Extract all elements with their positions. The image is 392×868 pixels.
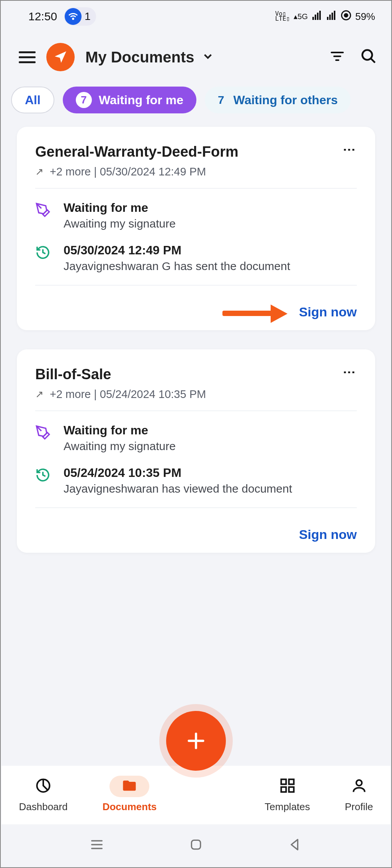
chevron-down-icon: [201, 50, 214, 64]
page-title: My Documents: [85, 49, 194, 66]
document-meta: +2 more | 05/24/2024 10:35 PM: [50, 388, 206, 401]
filter-button[interactable]: [330, 49, 345, 66]
svg-marker-27: [291, 840, 298, 850]
svg-point-13: [363, 50, 372, 60]
svg-rect-21: [289, 787, 294, 792]
nav-dashboard[interactable]: Dashboard: [19, 776, 68, 813]
wifi-count: 1: [85, 10, 91, 23]
activity-time: 05/24/2024 10:35 PM: [64, 466, 357, 480]
clock-time: 12:50: [28, 10, 57, 23]
document-title: General-Warranty-Deed-Form: [35, 144, 238, 160]
chip-waiting-for-me[interactable]: 7 Waiting for me: [63, 87, 196, 113]
folder-icon: [121, 778, 138, 795]
nav-documents-label: Documents: [103, 801, 157, 813]
menu-button[interactable]: [19, 51, 36, 63]
activity-text: Jayavigneshwaran G has sent the document: [64, 260, 357, 273]
divider: [35, 188, 357, 188]
svg-rect-19: [289, 780, 294, 784]
chip-active-label: Waiting for me: [99, 93, 183, 107]
signal-bars-1-icon: [312, 11, 322, 23]
svg-rect-5: [329, 15, 331, 20]
nav-profile-label: Profile: [345, 801, 373, 813]
svg-rect-26: [191, 840, 200, 849]
sign-now-button[interactable]: Sign now: [299, 527, 357, 542]
svg-rect-3: [319, 11, 321, 20]
svg-point-22: [356, 780, 362, 786]
chip-others-label: Waiting for others: [234, 93, 338, 107]
arrow-out-icon: ↗: [35, 388, 44, 400]
annotation-arrow-icon: [222, 308, 287, 316]
nav-templates-label: Templates: [265, 801, 310, 813]
svg-rect-0: [312, 17, 314, 20]
document-meta: +2 more | 05/30/2024 12:49 PM: [50, 165, 206, 178]
pen-icon: [35, 202, 52, 219]
system-nav: [2, 824, 390, 866]
more-options-button[interactable]: ⋮: [342, 144, 357, 155]
arrow-out-icon: ↗: [35, 166, 44, 178]
document-title: Bill-of-Sale: [35, 366, 111, 383]
nav-templates[interactable]: Templates: [265, 776, 310, 813]
chip-all-label: All: [25, 93, 41, 107]
divider: [35, 411, 357, 411]
bottom-nav: Dashboard Documents Templates: [2, 766, 390, 824]
svg-point-9: [344, 13, 348, 18]
svg-rect-20: [281, 787, 286, 792]
divider: [35, 285, 357, 285]
search-button[interactable]: [360, 48, 377, 66]
svg-rect-4: [327, 17, 328, 20]
back-button[interactable]: [287, 837, 303, 854]
battery-icon: [341, 10, 351, 23]
svg-rect-7: [334, 11, 335, 20]
nav-profile[interactable]: Profile: [345, 776, 373, 813]
history-icon: [35, 245, 52, 262]
history-icon: [35, 467, 52, 484]
app-header: My Documents: [2, 31, 390, 87]
page-title-dropdown[interactable]: My Documents: [85, 49, 319, 66]
status-title: Waiting for me: [64, 201, 357, 215]
chip-count-badge: 7: [76, 92, 92, 108]
pen-icon: [35, 425, 52, 442]
activity-time: 05/30/2024 12:49 PM: [64, 243, 357, 257]
chip-all[interactable]: All: [11, 87, 54, 113]
svg-rect-1: [315, 15, 316, 20]
document-card[interactable]: Bill-of-Sale ⋮ ↗ +2 more | 05/24/2024 10…: [17, 349, 375, 553]
nav-dashboard-label: Dashboard: [19, 801, 68, 813]
status-subtitle: Awaiting my signature: [64, 217, 357, 230]
status-subtitle: Awaiting my signature: [64, 440, 357, 453]
person-icon: [351, 777, 368, 796]
svg-rect-6: [332, 13, 333, 20]
grid-icon: [279, 777, 296, 796]
divider: [35, 508, 357, 508]
nav-documents[interactable]: Documents: [103, 776, 157, 813]
add-document-button[interactable]: [166, 711, 226, 771]
pie-chart-icon: [35, 777, 52, 796]
app-logo[interactable]: [46, 43, 75, 71]
status-bar: 12:50 1 Vo▯LTE▯ ▴5G 59%: [2, 2, 390, 31]
document-card[interactable]: General-Warranty-Deed-Form ⋮ ↗ +2 more |…: [17, 127, 375, 330]
sign-now-button[interactable]: Sign now: [299, 305, 357, 319]
chip-waiting-for-others[interactable]: 7 Waiting for others: [205, 87, 351, 113]
svg-rect-18: [281, 780, 286, 784]
filter-chips: All 7 Waiting for me 7 Waiting for other…: [2, 87, 390, 127]
wifi-badge: 1: [64, 7, 96, 26]
more-options-button[interactable]: ⋮: [342, 366, 357, 378]
status-title: Waiting for me: [64, 423, 357, 437]
svg-rect-2: [317, 13, 318, 20]
activity-text: Jayavigneshwaran has viewed the document: [64, 482, 357, 495]
battery-pct: 59%: [355, 11, 375, 23]
signal-bars-2-icon: [326, 11, 337, 23]
wifi-icon: [65, 8, 82, 25]
network-type: ▴5G: [294, 12, 308, 21]
svg-line-14: [371, 59, 375, 63]
volte-icon: Vo▯LTE▯: [275, 11, 290, 21]
home-button[interactable]: [188, 837, 204, 854]
chip-others-count: 7: [218, 93, 224, 106]
recents-button[interactable]: [89, 837, 105, 854]
